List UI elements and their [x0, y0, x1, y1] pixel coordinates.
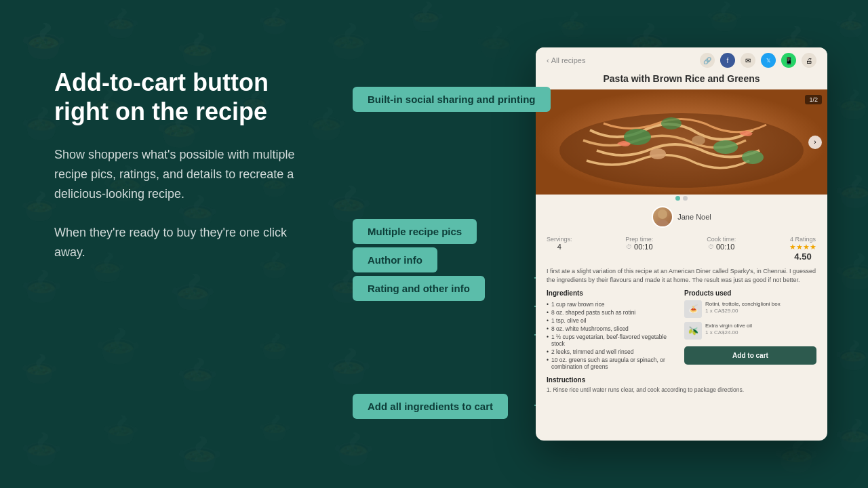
svg-text:🍲: 🍲 [834, 250, 868, 294]
svg-text:🍲: 🍲 [834, 338, 868, 374]
description-1: Show shoppers what's possible with multi… [54, 145, 312, 203]
svg-text:🍲: 🍲 [95, 325, 142, 369]
recipe-image: 1/2 › [536, 89, 827, 195]
svg-text:🍲: 🍲 [834, 171, 868, 212]
print-icon[interactable]: 🖨 [802, 53, 816, 68]
ingredient-5: 1 ½ cups vegetarian, beef-flavored veget… [547, 333, 679, 348]
recipe-demo-area: Built-in social sharing and printing Mul… [353, 47, 827, 441]
image-next-button[interactable]: › [808, 136, 822, 149]
svg-point-52 [742, 150, 764, 164]
feature-multiple-pics: Multiple recipe pics [353, 219, 477, 244]
product-2: 🫒 Extra virgin olive oil 1 x CA$24.00 [684, 322, 816, 340]
products-col: Products used 🍝 Rotini, trottole, conchi… [684, 289, 816, 371]
svg-text:🍲: 🍲 [20, 20, 67, 64]
product-2-image: 🫒 [684, 322, 702, 340]
product-2-info: Extra virgin olive oil 1 x CA$24.00 [705, 322, 752, 336]
svg-text:🍲: 🍲 [834, 415, 868, 456]
feature-social-sharing: Built-in social sharing and printing [353, 87, 551, 112]
rating-section: 4 Ratings ★★★★ 4.50 [789, 236, 816, 262]
svg-text:🍲: 🍲 [20, 266, 63, 307]
svg-text:🍲: 🍲 [556, 8, 590, 41]
prep-meta: Prep time: ⏱ 00:10 [625, 236, 653, 251]
cook-meta: Cook time: ⏱ 00:10 [707, 236, 736, 251]
svg-point-51 [661, 117, 682, 129]
recipe-card: ‹ All recipes 🔗 f ✉ 𝕏 📱 🖨 Pasta with Bro… [536, 47, 827, 441]
feature-author-info: Author info [353, 247, 437, 272]
svg-text:🍲: 🍲 [102, 5, 140, 42]
chevron-left-icon: ‹ [547, 56, 549, 64]
ingredient-1: 1 cup raw brown rice [547, 300, 679, 308]
svg-text:🍲: 🍲 [20, 188, 59, 225]
facebook-icon[interactable]: f [720, 53, 735, 68]
svg-point-55 [658, 209, 667, 219]
svg-text:🍲: 🍲 [834, 87, 868, 123]
svg-text:🍲: 🍲 [170, 270, 216, 314]
add-to-cart-button[interactable]: Add to cart [684, 346, 816, 365]
svg-text:🍲: 🍲 [407, 0, 446, 35]
svg-point-56 [656, 220, 669, 226]
dot-1 [675, 196, 680, 201]
svg-text:🍲: 🍲 [102, 412, 140, 449]
author-name: Jane Noel [677, 213, 711, 221]
svg-text:🍲: 🍲 [258, 411, 292, 444]
svg-text:🍲: 🍲 [258, 330, 292, 363]
ingredients-col: Ingredients 1 cup raw brown rice 8 oz. s… [547, 289, 679, 371]
svg-text:🍲: 🍲 [20, 429, 63, 470]
product-1: 🍝 Rotini, trottole, conchiglioni box 1 x… [684, 300, 816, 318]
servings-meta: Servings: 4 [547, 236, 572, 251]
image-counter: 1/2 [805, 95, 822, 104]
dot-2 [683, 196, 688, 201]
description-2: When they're ready to buy they're one cl… [54, 223, 312, 262]
svg-text:🍲: 🍲 [176, 354, 219, 395]
svg-text:🍲: 🍲 [834, 8, 868, 41]
ingredient-3: 1 tsp. olive oil [547, 317, 679, 325]
svg-point-48 [559, 113, 804, 188]
product-1-image: 🍝 [684, 300, 702, 318]
card-nav: ‹ All recipes 🔗 f ✉ 𝕏 📱 🖨 [536, 47, 827, 73]
svg-text:🍲: 🍲 [20, 351, 59, 388]
recipe-meta: Servings: 4 Prep time: ⏱ 00:10 Cook time… [536, 232, 827, 267]
link-icon[interactable]: 🔗 [700, 53, 715, 68]
svg-point-53 [650, 148, 666, 159]
product-1-info: Rotini, trottole, conchiglioni box 1 x C… [705, 300, 781, 314]
image-dots [536, 195, 827, 202]
ingredient-4: 8 oz. white Mushrooms, sliced [547, 325, 679, 333]
author-avatar [652, 206, 673, 228]
svg-text:🍲: 🍲 [705, 0, 744, 35]
svg-text:🍲: 🍲 [258, 5, 292, 37]
whatsapp-icon[interactable]: 📱 [781, 53, 796, 68]
left-panel: Add-to-cart button right on the recipe S… [54, 68, 312, 262]
feature-rating-info: Rating and other info [353, 276, 485, 301]
twitter-icon[interactable]: 𝕏 [761, 53, 776, 68]
ingredient-7: 10 oz. greens such as arugula or spinach… [547, 356, 679, 371]
ingredient-2: 8 oz. shaped pasta such as rotini [547, 308, 679, 317]
back-link[interactable]: ‹ All recipes [547, 56, 585, 64]
email-icon[interactable]: ✉ [741, 53, 755, 68]
recipe-description: I first ate a slight variation of this r… [536, 267, 827, 289]
ingredient-6: 2 leeks, trimmed and well rinsed [547, 348, 679, 356]
instructions: Instructions 1. Rinse rice until water r… [536, 376, 827, 400]
svg-text:🍲: 🍲 [176, 29, 219, 70]
recipe-title: Pasta with Brown Rice and Greens [536, 73, 827, 89]
svg-point-54 [692, 136, 705, 145]
author-section: Jane Noel [536, 202, 827, 232]
ingredients-products: Ingredients 1 cup raw brown rice 8 oz. s… [536, 289, 827, 376]
main-heading: Add-to-cart button right on the recipe [54, 68, 312, 126]
share-icons-row: 🔗 f ✉ 𝕏 📱 🖨 [700, 53, 816, 68]
svg-text:🍲: 🍲 [176, 433, 223, 477]
feature-add-to-cart: Add all ingredients to cart [353, 394, 508, 419]
svg-point-50 [713, 140, 738, 154]
